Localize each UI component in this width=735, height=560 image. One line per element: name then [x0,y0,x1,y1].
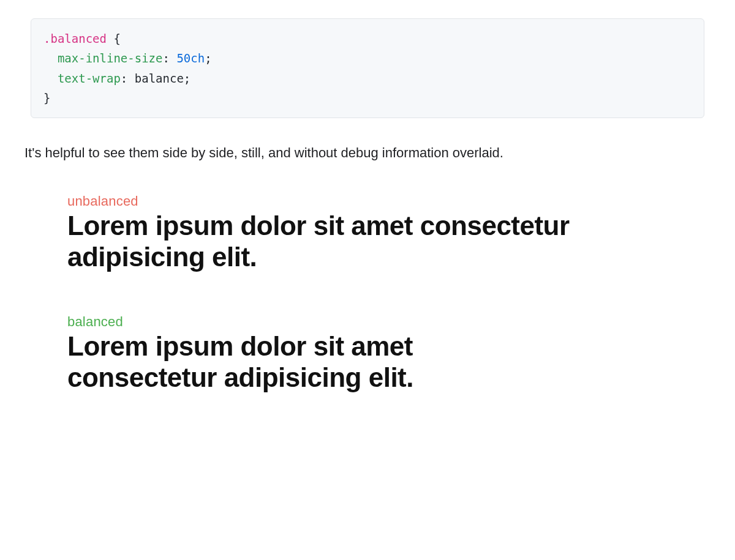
code-value: balance [135,72,184,85]
unbalanced-heading: Lorem ipsum dolor sit amet consectetur a… [67,211,631,272]
code-line-selector: .balanced { [43,29,692,48]
css-code-block: .balanced { max-inline-size: 50ch; text-… [31,18,704,118]
code-unit: ch [190,51,205,65]
code-line-rule-1: max-inline-size: 50ch; [43,48,692,68]
example-balanced: balanced Lorem ipsum dolor sit amet cons… [67,314,723,393]
code-brace-open: { [107,32,121,45]
code-line-rule-2: text-wrap: balance; [43,69,692,88]
explainer-paragraph: It's helpful to see them side by side, s… [24,143,723,163]
code-indent [43,72,58,85]
examples-container: unbalanced Lorem ipsum dolor sit amet co… [67,193,723,393]
balanced-heading: Lorem ipsum dolor sit amet consectetur a… [67,331,496,393]
code-colon: : [121,72,127,85]
code-semicolon: ; [184,72,190,85]
example-unbalanced: unbalanced Lorem ipsum dolor sit amet co… [67,193,723,272]
code-brace-close: } [43,91,50,105]
balanced-label: balanced [67,314,723,330]
code-selector: .balanced [43,32,107,45]
code-property: max-inline-size [58,51,163,65]
code-line-close: } [43,88,692,108]
code-space [170,51,176,65]
code-colon: : [162,51,169,65]
code-indent [43,51,58,65]
code-number: 50 [176,51,190,65]
code-space [127,72,134,85]
code-semicolon: ; [205,51,211,65]
unbalanced-label: unbalanced [67,193,723,209]
code-property: text-wrap [58,72,121,85]
